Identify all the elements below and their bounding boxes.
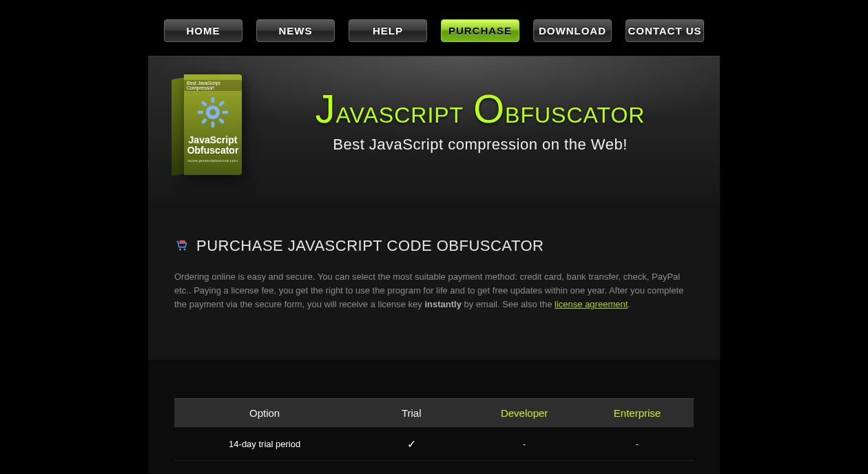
license-agreement-link[interactable]: license agreement	[555, 299, 628, 309]
nav-news[interactable]: NEWS	[256, 19, 335, 42]
col-option: Option	[174, 407, 355, 419]
top-nav: HOME NEWS HELP PURCHASE DOWNLOAD CONTACT…	[0, 0, 868, 56]
svg-rect-4	[223, 111, 228, 114]
intro-paragraph: Ordering online is easy and secure. You …	[174, 270, 691, 311]
pricing-table: Option Trial Developer Enterprise 14-day…	[174, 398, 694, 474]
svg-point-11	[184, 249, 186, 251]
nav-help[interactable]: HELP	[349, 19, 427, 42]
nav-home[interactable]: HOME	[164, 19, 242, 42]
svg-rect-3	[198, 111, 203, 114]
row-label: 14-day trial period	[174, 439, 355, 449]
col-enterprise[interactable]: Enterprise	[581, 407, 694, 419]
cart-icon	[174, 239, 189, 253]
svg-point-10	[179, 249, 181, 251]
table-header-row: Option Trial Developer Enterprise	[174, 398, 694, 428]
box-label-line1: JavaScript	[189, 135, 238, 145]
pricing-table-wrap: Option Trial Developer Enterprise 14-day…	[148, 360, 720, 474]
box-label-line2: Obfuscator	[187, 145, 239, 156]
svg-rect-9	[180, 240, 185, 243]
col-developer[interactable]: Developer	[468, 407, 581, 419]
svg-rect-2	[211, 122, 215, 127]
svg-rect-5	[218, 101, 225, 107]
table-row: Trial reminder ✓ - -	[174, 461, 694, 474]
section-heading: PURCHASE JAVASCRIPT CODE OBFUSCATOR	[174, 237, 694, 255]
svg-rect-7	[201, 101, 207, 107]
hero-banner: Best JavaScript Compressor!	[148, 56, 720, 209]
cell-dash: -	[468, 439, 581, 449]
check-icon: ✓	[355, 437, 468, 451]
svg-point-0	[208, 107, 218, 118]
col-trial: Trial	[355, 407, 468, 419]
table-row: 14-day trial period ✓ - -	[174, 428, 694, 461]
nav-contact-us[interactable]: CONTACT US	[626, 19, 704, 42]
product-title: Javascript Obfuscator	[264, 85, 696, 132]
purchase-section: PURCHASE JAVASCRIPT CODE OBFUSCATOR Orde…	[148, 209, 720, 360]
box-banner-text: Best JavaScript Compressor!	[184, 80, 242, 91]
product-box-art: Best JavaScript Compressor!	[172, 74, 240, 178]
section-heading-text: PURCHASE JAVASCRIPT CODE OBFUSCATOR	[196, 237, 544, 255]
nav-download[interactable]: DOWNLOAD	[533, 19, 612, 42]
cell-dash: -	[581, 439, 694, 449]
svg-rect-1	[211, 97, 215, 103]
nav-purchase[interactable]: PURCHASE	[441, 19, 519, 42]
svg-rect-6	[201, 118, 207, 124]
gear-icon	[197, 91, 229, 135]
product-tagline: Best JavaScript compression on the Web!	[264, 136, 696, 154]
check-icon: ✓	[355, 471, 468, 474]
svg-rect-8	[218, 118, 225, 124]
box-sub-text: icons.javascriptsource.com	[188, 158, 238, 163]
